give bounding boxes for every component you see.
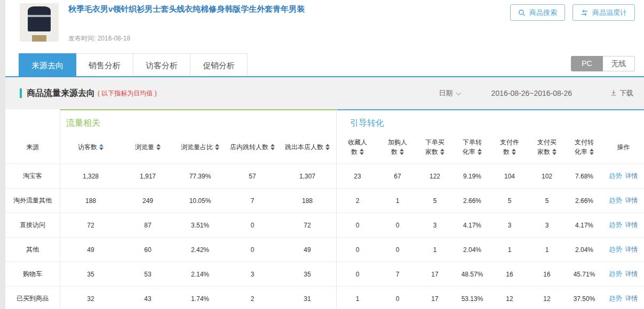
cell: 4.17% (566, 213, 603, 237)
cell: 102 (528, 164, 566, 188)
toggle-wireless[interactable]: 无线 (603, 56, 635, 71)
trend-link[interactable]: 趋势 (609, 245, 622, 254)
row-actions: 趋势详情 (603, 287, 644, 309)
cell: 1 (491, 238, 528, 262)
sort-icon[interactable] (400, 149, 404, 155)
search-icon (518, 9, 526, 17)
cell: 1,307 (279, 164, 336, 188)
cell: 0 (336, 238, 379, 262)
section-note: ( 以下指标为日均值 ) (98, 89, 157, 98)
sort-icon[interactable] (271, 144, 275, 150)
cell: 3 (491, 213, 528, 237)
cell: 2.04% (566, 238, 603, 262)
column-header-convert-3: 下单转化率 (454, 131, 491, 164)
column-header-convert-6: 支付转化率 (566, 131, 603, 164)
cell: 淘外流量其他 (5, 189, 60, 213)
cell: 0 (226, 213, 279, 237)
product-thumbnail-art (28, 6, 51, 32)
cell: 43 (122, 287, 174, 309)
detail-link[interactable]: 详情 (625, 196, 638, 205)
table-header: 流量相关 引导转化 来源 访客数浏览量浏览量占比店内跳转人数跳出本店人数 收藏人… (5, 109, 644, 164)
download-button[interactable]: 下载 (610, 88, 633, 98)
cell: 3 (528, 213, 566, 237)
cell: 5 (528, 189, 566, 213)
cell: 77.39% (174, 164, 226, 188)
product-title-link[interactable]: 秋季毛衣男v领针织衫男士套头线衣纯棉修身韩版学生外套青年男装 (68, 4, 305, 14)
cell: 0 (336, 213, 379, 237)
column-header-traffic-1: 浏览量 (122, 131, 174, 164)
cell: 60 (122, 238, 174, 262)
traffic-table: 流量相关 引导转化 来源 访客数浏览量浏览量占比店内跳转人数跳出本店人数 收藏人… (5, 109, 644, 309)
group-title-traffic: 流量相关 (66, 118, 100, 129)
swap-icon (581, 10, 589, 16)
section-bar: 商品流量来源去向 ( 以下指标为日均值 ) 日期 2016-08-26~2016… (5, 77, 644, 109)
product-thermometer-button[interactable]: 商品温度计 (573, 4, 635, 21)
chevron-down-icon (456, 90, 461, 95)
sort-icon[interactable] (590, 149, 594, 155)
sort-icon[interactable] (325, 144, 330, 150)
section-title: 商品流量来源去向 (27, 88, 95, 99)
column-divider (60, 109, 60, 309)
sort-icon[interactable] (478, 149, 482, 155)
sort-icon[interactable] (215, 144, 219, 150)
cell: 45.71% (566, 262, 603, 286)
detail-link[interactable]: 详情 (625, 245, 638, 254)
cell: 57 (226, 164, 279, 188)
trend-link[interactable]: 趋势 (609, 221, 622, 230)
tab-sales-analysis[interactable]: 销售分析 (76, 53, 133, 76)
cell: 53 (122, 262, 174, 286)
sort-icon[interactable] (440, 149, 444, 155)
sort-icon[interactable] (156, 144, 161, 150)
sort-icon[interactable] (552, 149, 556, 155)
trend-link[interactable]: 趋势 (609, 172, 622, 181)
cell: 淘宝客 (5, 164, 60, 188)
device-toggle: PC 无线 (571, 56, 635, 71)
trend-link[interactable]: 趋势 (609, 196, 622, 205)
table-row: 直接访问72873.51%0720034.17%334.17%趋势详情 (5, 213, 644, 237)
cell: 37.50% (566, 287, 603, 309)
sort-icon[interactable] (360, 149, 364, 155)
title-accent-bar (20, 88, 22, 98)
date-dropdown[interactable]: 日期 (439, 88, 460, 98)
date-range[interactable]: 2016-08-26~2016-08-26 (491, 89, 572, 97)
table-body: 淘宝客1,3281,91777.39%571,30723671229.19%10… (5, 164, 644, 309)
tab-promotion-analysis[interactable]: 促销分析 (190, 53, 248, 76)
cell: 7 (226, 189, 279, 213)
cell: 49 (279, 238, 336, 262)
detail-link[interactable]: 详情 (625, 270, 638, 279)
detail-link[interactable]: 详情 (625, 221, 638, 230)
cell: 35 (279, 262, 336, 286)
column-header-traffic-0: 访客数 (60, 131, 122, 164)
cell: 12 (528, 287, 566, 309)
cell: 2.42% (174, 238, 226, 262)
table-row: 已买到商品32431.74%231101753.13%121237.50%趋势详… (5, 286, 644, 309)
product-search-button[interactable]: 商品搜索 (510, 4, 565, 21)
trend-link[interactable]: 趋势 (609, 294, 622, 303)
cell: 0 (226, 238, 279, 262)
cell: 17 (416, 287, 454, 309)
detail-link[interactable]: 详情 (625, 172, 638, 181)
detail-link[interactable]: 详情 (625, 294, 638, 303)
cell: 3 (226, 262, 279, 286)
cell: 3 (416, 213, 454, 237)
cell: 104 (491, 164, 528, 188)
table-row: 淘宝客1,3281,91777.39%571,30723671229.19%10… (5, 164, 644, 188)
sort-icon[interactable] (512, 149, 516, 155)
section-title-wrap: 商品流量来源去向 ( 以下指标为日均值 ) (20, 88, 157, 99)
publish-time-label: 发布时间: (68, 35, 96, 42)
cell: 1 (336, 287, 379, 309)
product-thumbnail (20, 3, 59, 42)
toggle-pc[interactable]: PC (571, 56, 603, 71)
trend-link[interactable]: 趋势 (609, 270, 622, 279)
cell: 17 (416, 262, 454, 286)
sort-icon[interactable] (99, 144, 104, 150)
tab-visitor-analysis[interactable]: 访客分析 (133, 53, 190, 76)
row-actions: 趋势详情 (603, 238, 644, 262)
tab-source-destination[interactable]: 来源去向 (19, 53, 76, 76)
cell: 188 (60, 189, 122, 213)
tabs: 来源去向 销售分析 访客分析 促销分析 (19, 53, 248, 76)
cell: 53.13% (454, 287, 491, 309)
page: 秋季毛衣男v领针织衫男士套头线衣纯棉修身韩版学生外套青年男装 发布时间: 201… (5, 0, 644, 309)
cell: 2 (226, 287, 279, 309)
cell: 87 (122, 213, 174, 237)
